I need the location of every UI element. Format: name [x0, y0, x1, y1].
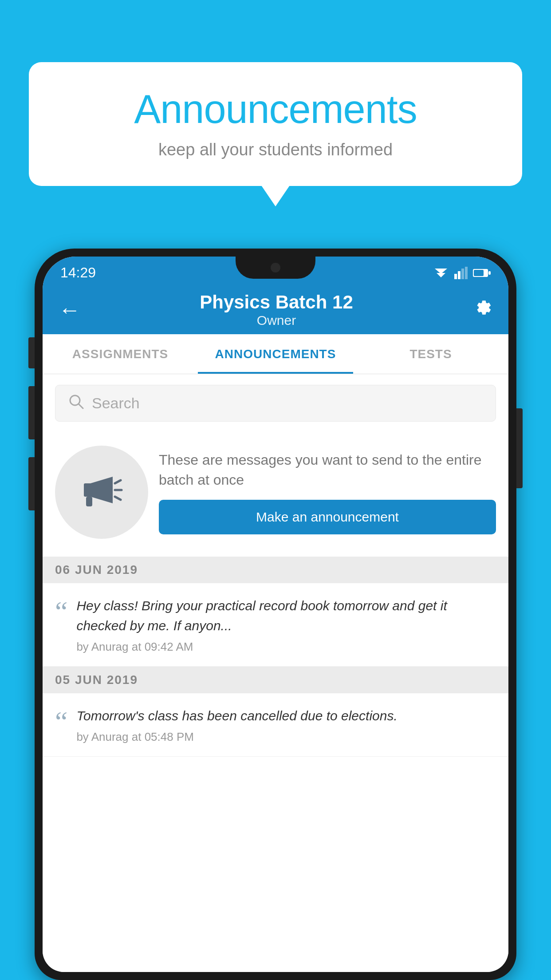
signal-icon	[454, 267, 468, 279]
svg-rect-7	[474, 270, 484, 276]
phone-button-volume-down	[28, 457, 35, 510]
phone-button-mute	[28, 337, 35, 368]
phone-frame: 14:29	[35, 249, 516, 980]
make-announcement-button[interactable]: Make an announcement	[159, 500, 496, 534]
promo-right: These are messages you want to send to t…	[159, 450, 496, 534]
announcement-text-1: Hey class! Bring your practical record b…	[76, 596, 496, 636]
tabs-bar: ASSIGNMENTS ANNOUNCEMENTS TESTS	[43, 334, 508, 374]
status-time: 14:29	[60, 265, 96, 281]
back-button[interactable]: ←	[59, 297, 81, 323]
tab-assignments[interactable]: ASSIGNMENTS	[43, 334, 198, 374]
search-icon	[68, 393, 84, 413]
battery-icon	[473, 268, 491, 278]
app-bar-title: Physics Batch 12	[200, 292, 353, 313]
svg-rect-11	[84, 483, 93, 497]
svg-rect-2	[454, 274, 457, 279]
phone-screen: 14:29	[43, 257, 508, 972]
svg-line-13	[115, 480, 121, 483]
announcement-item-2[interactable]: “ Tomorrow's class has been cancelled du…	[43, 693, 508, 757]
tab-announcements[interactable]: ANNOUNCEMENTS	[198, 334, 353, 374]
svg-rect-12	[86, 497, 92, 506]
megaphone-icon	[77, 468, 126, 517]
settings-icon[interactable]	[472, 297, 492, 323]
app-bar-subtitle: Owner	[200, 313, 353, 328]
phone-button-volume-up	[28, 386, 35, 439]
date-separator-2: 05 JUN 2019	[43, 667, 508, 693]
announcement-meta-1: by Anurag at 09:42 AM	[76, 640, 496, 654]
quote-icon-1: “	[55, 597, 67, 626]
promo-text: These are messages you want to send to t…	[159, 450, 496, 490]
wifi-icon	[433, 267, 449, 279]
bubble-title: Announcements	[60, 87, 491, 132]
phone-button-power	[516, 408, 523, 488]
announcement-item-1[interactable]: “ Hey class! Bring your practical record…	[43, 583, 508, 667]
tab-tests[interactable]: TESTS	[353, 334, 508, 374]
announcement-meta-2: by Anurag at 05:48 PM	[76, 730, 496, 744]
promo-icon-circle	[55, 446, 148, 539]
speech-bubble: Announcements keep all your students inf…	[29, 62, 522, 186]
bubble-subtitle: keep all your students informed	[60, 140, 491, 159]
announcement-content-1: Hey class! Bring your practical record b…	[76, 596, 496, 654]
content-area: Search These are messages you want to se…	[43, 374, 508, 972]
phone-camera	[271, 263, 280, 273]
svg-rect-3	[458, 271, 460, 279]
announcement-text-2: Tomorrow's class has been cancelled due …	[76, 706, 496, 726]
speech-bubble-container: Announcements keep all your students inf…	[29, 62, 522, 186]
search-placeholder: Search	[92, 395, 140, 412]
announcement-content-2: Tomorrow's class has been cancelled due …	[76, 706, 496, 744]
svg-rect-8	[488, 271, 491, 275]
app-bar-center: Physics Batch 12 Owner	[200, 292, 353, 328]
quote-icon-2: “	[55, 707, 67, 736]
svg-rect-4	[461, 269, 464, 279]
app-bar: ← Physics Batch 12 Owner	[43, 285, 508, 334]
announcement-promo: These are messages you want to send to t…	[43, 432, 508, 557]
date-separator-1: 06 JUN 2019	[43, 557, 508, 583]
svg-line-15	[115, 497, 121, 500]
svg-line-10	[79, 404, 83, 408]
status-icons	[433, 267, 491, 279]
search-bar[interactable]: Search	[55, 385, 496, 422]
svg-rect-5	[465, 267, 468, 279]
